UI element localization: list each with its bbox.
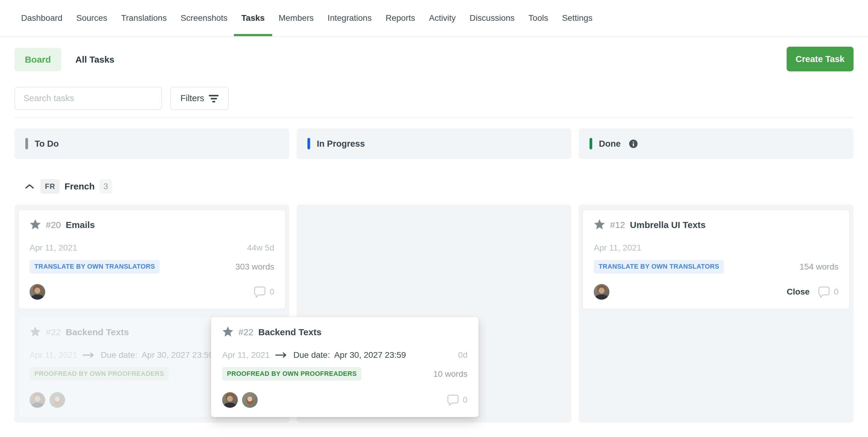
task-type-badge: PROOFREAD BY OWN PROOFREADERS (222, 367, 361, 381)
star-icon (30, 326, 41, 338)
task-card-22-backend-texts-dragging[interactable]: #22 Backend Texts Apr 11, 2021 Due date:… (211, 317, 478, 417)
search-input[interactable] (14, 87, 162, 110)
task-type-badge: PROOFREAD BY OWN PROOFREADERS (30, 367, 169, 381)
assignee-avatar (30, 284, 45, 300)
nav-item-activity[interactable]: Activity (429, 0, 456, 36)
task-duration: 0d (458, 350, 467, 360)
comment-count: 0 (270, 287, 274, 297)
task-title: Backend Texts (66, 327, 129, 337)
comments-control[interactable]: 0 (447, 394, 467, 406)
in-progress-color-bar (307, 138, 310, 149)
due-date-label: Due date: (101, 350, 137, 360)
toolbar-divider (14, 117, 854, 118)
task-id: #12 (610, 220, 625, 230)
assignee-avatar (594, 284, 610, 300)
arrow-right-icon (83, 352, 95, 358)
nav-item-screenshots[interactable]: Screenshots (181, 0, 227, 36)
task-count-badge: 3 (99, 179, 112, 194)
nav-item-discussions[interactable]: Discussions (470, 0, 515, 36)
filters-label: Filters (181, 93, 204, 103)
task-title: Backend Texts (258, 327, 321, 337)
nav-item-dashboard[interactable]: Dashboard (21, 0, 62, 36)
filters-button[interactable]: Filters (170, 87, 229, 110)
nav-item-integrations[interactable]: Integrations (328, 0, 372, 36)
filter-icon (209, 95, 218, 102)
todo-column-label: To Do (35, 139, 59, 149)
comment-icon (447, 394, 459, 406)
task-card-20-emails[interactable]: #20 Emails Apr 11, 2021 44w 5d TRANSLATE… (19, 210, 285, 309)
task-type-badge: TRANSLATE BY OWN TRANSLATORS (594, 260, 724, 273)
nav-item-tools[interactable]: Tools (528, 0, 548, 36)
nav-item-tasks[interactable]: Tasks (241, 0, 265, 36)
star-icon[interactable] (222, 326, 234, 338)
comment-count: 0 (463, 395, 467, 405)
star-icon[interactable] (30, 219, 41, 231)
top-navigation: Dashboard Sources Translations Screensho… (0, 0, 868, 37)
collapse-chevron-icon[interactable] (24, 179, 36, 194)
task-title: Emails (66, 220, 95, 230)
comment-icon (818, 286, 830, 298)
todo-color-bar (25, 138, 28, 149)
nav-item-members[interactable]: Members (278, 0, 314, 36)
info-icon[interactable] (629, 139, 638, 148)
comment-icon (254, 286, 266, 298)
nav-item-sources[interactable]: Sources (76, 0, 107, 36)
due-date-value: Apr 30, 2027 23:59 (334, 350, 406, 360)
task-created-date: Apr 11, 2021 (30, 350, 77, 360)
comments-control[interactable]: 0 (254, 286, 274, 298)
nav-item-reports[interactable]: Reports (385, 0, 415, 36)
assignee-avatar (30, 392, 45, 408)
nav-item-translations[interactable]: Translations (121, 0, 167, 36)
star-icon[interactable] (594, 219, 605, 231)
due-date-label: Due date: (293, 350, 330, 360)
task-type-badge: TRANSLATE BY OWN TRANSLATORS (30, 260, 160, 273)
in-progress-column-label: In Progress (317, 139, 365, 149)
arrow-right-icon (275, 352, 288, 358)
language-group-header: FR French 3 (14, 179, 112, 194)
done-column-label: Done (599, 139, 621, 149)
column-header-in-progress: In Progress (297, 128, 571, 159)
assignee-avatar (242, 392, 258, 408)
comments-control[interactable]: 0 (818, 286, 838, 298)
word-count: 303 words (236, 262, 274, 272)
task-created-date: Apr 11, 2021 (30, 243, 77, 253)
done-color-bar (590, 138, 592, 149)
assignee-avatar (50, 392, 65, 408)
column-headers: To Do In Progress Done (14, 128, 854, 159)
language-code-badge: FR (40, 179, 60, 194)
task-created-date: Apr 11, 2021 (594, 243, 641, 253)
task-title: Umbrella UI Texts (630, 220, 706, 230)
comment-count: 0 (834, 287, 838, 297)
task-id: #22 (239, 327, 253, 337)
word-count: 10 words (433, 369, 467, 379)
close-task-button[interactable]: Close (786, 287, 809, 297)
task-id: #20 (46, 220, 61, 230)
assignee-avatar (222, 392, 238, 408)
language-name: French (64, 181, 95, 192)
due-date-value: Apr 30, 2027 23:59 (142, 350, 213, 360)
nav-item-settings[interactable]: Settings (562, 0, 592, 36)
column-header-todo: To Do (14, 128, 289, 159)
tab-board[interactable]: Board (14, 48, 61, 71)
task-id: #22 (46, 327, 61, 337)
task-card-12-umbrella-ui-texts[interactable]: #12 Umbrella UI Texts Apr 11, 2021 TRANS… (583, 210, 849, 309)
tab-all-tasks[interactable]: All Tasks (70, 48, 120, 71)
column-header-done: Done (579, 128, 854, 159)
task-created-date: Apr 11, 2021 (222, 350, 270, 360)
word-count: 154 words (800, 262, 838, 272)
task-duration: 44w 5d (247, 243, 274, 253)
create-task-button[interactable]: Create Task (786, 47, 854, 71)
